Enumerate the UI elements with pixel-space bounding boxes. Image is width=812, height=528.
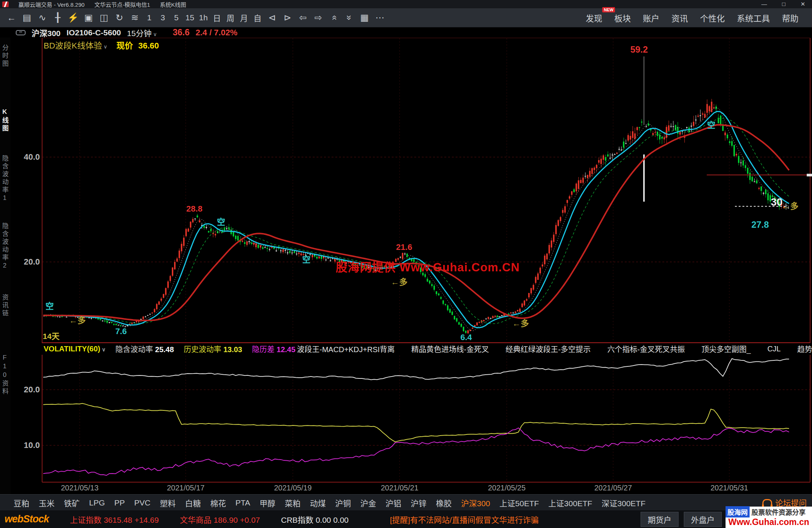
instrument-tab-橡胶[interactable]: 橡胶 bbox=[436, 497, 452, 508]
period-button-自[interactable]: 自 bbox=[251, 12, 264, 23]
svg-text:2021/05/17: 2021/05/17 bbox=[167, 484, 205, 492]
maximize-button[interactable]: □ bbox=[782, 1, 785, 8]
instrument-tab-菜粕[interactable]: 菜粕 bbox=[285, 497, 301, 508]
prev-page-icon[interactable]: ⇦ bbox=[295, 9, 311, 27]
instrument-tab-动煤[interactable]: 动煤 bbox=[310, 497, 326, 508]
period-button-周[interactable]: 周 bbox=[224, 12, 237, 23]
refresh-icon[interactable]: ↻ bbox=[112, 9, 127, 27]
next-page-icon[interactable]: ⇨ bbox=[311, 9, 326, 27]
signal-short: 空 bbox=[707, 118, 715, 130]
period-button-15[interactable]: 15 bbox=[183, 13, 197, 22]
more-icon[interactable]: ⋯ bbox=[372, 9, 388, 27]
strategy-六个指标-金叉死叉共振[interactable]: 六个指标-金叉死叉共振 bbox=[607, 343, 685, 354]
layout-grid-icon[interactable]: ▦ bbox=[357, 9, 372, 27]
instrument-tab-LPG[interactable]: LPG bbox=[89, 498, 105, 507]
instrument-tab-上证50ETF[interactable]: 上证50ETF bbox=[500, 497, 539, 508]
trend-line-icon[interactable]: ∿ bbox=[35, 9, 50, 27]
guhai-tagline: 股票软件资源分享 bbox=[751, 507, 806, 517]
back-icon[interactable]: ← bbox=[4, 9, 19, 27]
svg-text:2021/05/13: 2021/05/13 bbox=[61, 484, 98, 492]
period-button-日[interactable]: 日 bbox=[210, 12, 224, 23]
strategy-趋势终身[interactable]: 趋势终身 bbox=[797, 343, 812, 354]
strategy-波段王-MACD+KDJ+RSI背离[interactable]: 波段王-MACD+KDJ+RSI背离 bbox=[297, 343, 395, 354]
sidebar-item-隐含波动率2[interactable]: 隐含波动率2 bbox=[0, 222, 11, 271]
white-step-line bbox=[43, 107, 789, 331]
account-button-外盘户[interactable]: 外盘户 bbox=[684, 512, 722, 527]
instrument-tab-甲醇[interactable]: 甲醇 bbox=[260, 497, 276, 508]
instrument-tab-玉米[interactable]: 玉米 bbox=[39, 497, 55, 508]
guhai-url[interactable]: Www.Guhai.com.cn bbox=[726, 517, 812, 527]
strategy-menu: 波段王-MACD+KDJ+RSI背离精品黄色进场线-金死叉经典红绿波段王-多空提… bbox=[297, 343, 812, 355]
instrument-tab-PVC[interactable]: PVC bbox=[134, 498, 150, 507]
sidebar-item-隐含波动率1[interactable]: 隐含波动率1 bbox=[0, 155, 11, 203]
instrument-tab-塑料[interactable]: 塑料 bbox=[160, 497, 176, 508]
kline-icon[interactable]: ╂ bbox=[50, 9, 65, 27]
menu-板块[interactable]: 板块 bbox=[614, 12, 631, 24]
signal-short: 空 bbox=[302, 253, 311, 265]
instrument-tab-豆粕[interactable]: 豆粕 bbox=[14, 497, 29, 508]
strategy-顶尖多空副图_[interactable]: 顶尖多空副图_ bbox=[701, 343, 751, 354]
period-button-3[interactable]: 3 bbox=[156, 13, 170, 22]
quote-board-icon[interactable]: ▤ bbox=[19, 9, 35, 27]
sidebar-item-F10资料[interactable]: F10资料 bbox=[0, 354, 11, 396]
instrument-tab-白糖[interactable]: 白糖 bbox=[185, 497, 201, 508]
save-icon[interactable]: ◫ bbox=[96, 9, 112, 27]
scroll-up-icon[interactable]: » bbox=[326, 9, 341, 27]
sidebar-item-资讯链[interactable]: 资讯链 bbox=[0, 294, 11, 318]
symbol-name[interactable]: 沪深300 bbox=[32, 27, 61, 38]
instrument-tab-沪深300[interactable]: 沪深300 bbox=[461, 497, 490, 508]
period-button-1[interactable]: 1 bbox=[142, 13, 156, 22]
close-button[interactable]: ✕ bbox=[800, 1, 805, 8]
sub-indicator-values: 隐含波动率 25.48历史波动率 13.03隐历差 12.45 bbox=[106, 343, 295, 354]
period-button-1h[interactable]: 1h bbox=[197, 13, 210, 22]
instrument-tab-PTA[interactable]: PTA bbox=[235, 498, 250, 507]
chart-window-icon[interactable]: ▣ bbox=[81, 9, 96, 27]
link-chain-icon[interactable] bbox=[16, 30, 26, 35]
contract-code[interactable]: IO2106-C-5600 bbox=[67, 28, 121, 37]
ma-indicator-icon[interactable]: ≋ bbox=[127, 9, 142, 27]
sidebar-item-K线图[interactable]: K线图 bbox=[0, 108, 11, 133]
menu-系统工具[interactable]: 系统工具 bbox=[737, 12, 770, 24]
instrument-tab-PP[interactable]: PP bbox=[114, 498, 125, 507]
index-quotes: 上证指数 3615.48 +14.69文华商品 186.90 +0.07CRB指… bbox=[49, 514, 348, 525]
menu-个性化[interactable]: 个性化 bbox=[700, 12, 725, 24]
menu-资讯[interactable]: 资讯 bbox=[671, 12, 688, 24]
instrument-tab-沪金[interactable]: 沪金 bbox=[361, 497, 376, 508]
strategy-CJL[interactable]: CJL bbox=[767, 345, 781, 353]
instrument-tab-铁矿[interactable]: 铁矿 bbox=[64, 497, 80, 508]
zoom-in-icon[interactable]: ⊳ bbox=[280, 9, 295, 27]
chart-area[interactable]: 40.020.020.010.02021/05/132021/05/172021… bbox=[11, 38, 812, 494]
period-dropdown[interactable]: 15分钟 bbox=[127, 27, 157, 38]
cloud-node-label: 文华云节点-模拟电信1 bbox=[94, 0, 150, 8]
minimize-button[interactable]: — bbox=[761, 1, 767, 8]
sub-indicator-name[interactable]: VOLATILITY(60) bbox=[44, 345, 106, 353]
chart-label-59.2: 59.2 bbox=[630, 44, 648, 55]
signal-long: ←多 bbox=[391, 275, 408, 287]
strategy-经典红绿波段王-多空提示[interactable]: 经典红绿波段王-多空提示 bbox=[506, 343, 591, 354]
period-button-5[interactable]: 5 bbox=[170, 13, 183, 22]
menu-发现[interactable]: 发现NEW bbox=[586, 12, 602, 24]
instrument-tab-沪锌[interactable]: 沪锌 bbox=[411, 497, 427, 508]
sidebar-item-分时图[interactable]: 分时图 bbox=[0, 44, 11, 68]
zoom-out-icon[interactable]: ⊲ bbox=[264, 9, 280, 27]
instrument-tab-沪铜[interactable]: 沪铜 bbox=[335, 497, 351, 508]
account-button-期货户[interactable]: 期货户 bbox=[641, 512, 679, 527]
period-button-月[interactable]: 月 bbox=[237, 12, 251, 23]
chart-label-28.8: 28.8 bbox=[186, 204, 203, 214]
instrument-tab-棉花[interactable]: 棉花 bbox=[210, 497, 226, 508]
main-indicator-name[interactable]: BD波段K线体验 bbox=[44, 41, 108, 50]
instrument-tab-深证300ETF[interactable]: 深证300ETF bbox=[601, 497, 645, 508]
scroll-down-icon[interactable]: » bbox=[341, 9, 357, 27]
toolbar: ←▤∿╂⚡▣◫↻≋135151h日周月自⊲⊳⇦⇨»»▦⋯发现NEW板块账户资讯个… bbox=[0, 8, 812, 27]
svg-text:2021/05/19: 2021/05/19 bbox=[274, 484, 312, 492]
instrument-tab-沪铝[interactable]: 沪铝 bbox=[386, 497, 401, 508]
strategy-精品黄色进场线-金死叉[interactable]: 精品黄色进场线-金死叉 bbox=[411, 343, 489, 354]
signal-short: 空 bbox=[217, 215, 225, 227]
flash-order-icon[interactable]: ⚡ bbox=[65, 9, 81, 27]
instrument-tab-上证300ETF[interactable]: 上证300ETF bbox=[548, 497, 592, 508]
main-menu: 发现NEW板块账户资讯个性化系统工具帮助 bbox=[586, 12, 808, 24]
svg-text:20.0: 20.0 bbox=[24, 385, 40, 394]
chart-label-27.8: 27.8 bbox=[751, 219, 769, 230]
menu-账户[interactable]: 账户 bbox=[643, 12, 659, 24]
menu-帮助[interactable]: 帮助 bbox=[782, 12, 798, 24]
